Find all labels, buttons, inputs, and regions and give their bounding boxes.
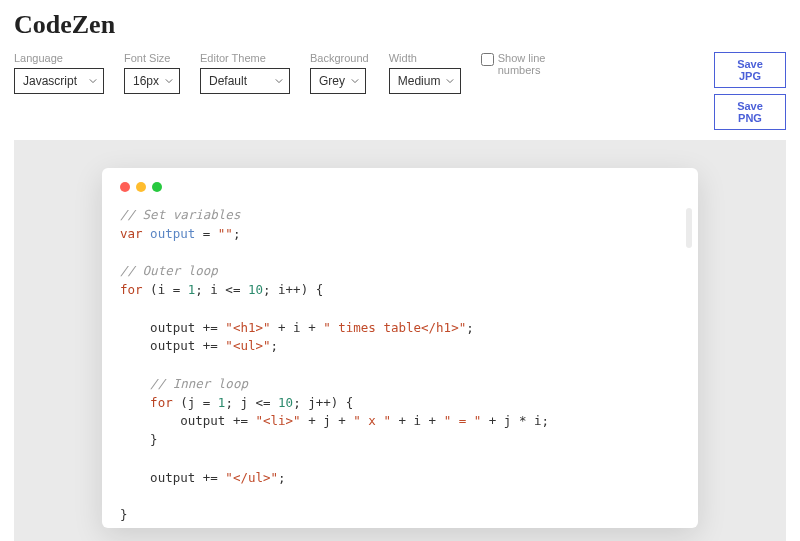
width-select[interactable]: Medium — [389, 68, 461, 94]
scrollbar[interactable] — [686, 208, 692, 248]
toolbar: Language Javascript Font Size 16px Edito… — [0, 46, 800, 140]
code-editor[interactable]: // Set variables var output = ""; // Out… — [120, 206, 680, 528]
chevron-down-icon — [351, 77, 359, 85]
line-numbers-label: Show line numbers — [498, 52, 561, 76]
app-title: CodeZen — [14, 10, 786, 40]
maximize-dot-icon — [152, 182, 162, 192]
width-value: Medium — [398, 74, 441, 88]
chevron-down-icon — [89, 77, 97, 85]
theme-label: Editor Theme — [200, 52, 290, 64]
chevron-down-icon — [275, 77, 283, 85]
theme-value: Default — [209, 74, 247, 88]
fontsize-select[interactable]: 16px — [124, 68, 180, 94]
language-select[interactable]: Javascript — [14, 68, 104, 94]
language-value: Javascript — [23, 74, 77, 88]
window-traffic-lights — [120, 182, 680, 192]
code-window: // Set variables var output = ""; // Out… — [102, 168, 698, 528]
language-label: Language — [14, 52, 104, 64]
fontsize-label: Font Size — [124, 52, 180, 64]
background-select[interactable]: Grey — [310, 68, 366, 94]
line-numbers-checkbox[interactable] — [481, 53, 494, 66]
close-dot-icon — [120, 182, 130, 192]
chevron-down-icon — [446, 77, 454, 85]
chevron-down-icon — [165, 77, 173, 85]
theme-select[interactable]: Default — [200, 68, 290, 94]
width-label: Width — [389, 52, 461, 64]
minimize-dot-icon — [136, 182, 146, 192]
save-jpg-button[interactable]: Save JPG — [714, 52, 786, 88]
canvas-area: // Set variables var output = ""; // Out… — [14, 140, 786, 541]
save-png-button[interactable]: Save PNG — [714, 94, 786, 130]
fontsize-value: 16px — [133, 74, 159, 88]
background-value: Grey — [319, 74, 345, 88]
background-label: Background — [310, 52, 369, 64]
